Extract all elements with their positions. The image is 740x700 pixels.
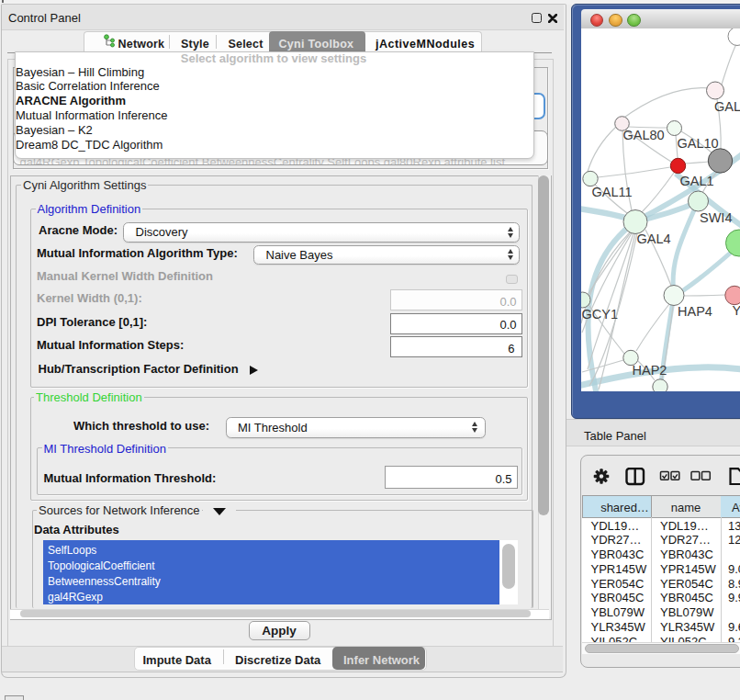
svg-text:GAL2: GAL2	[714, 99, 740, 114]
svg-text:HAP4: HAP4	[678, 304, 712, 319]
svg-text:GCY1: GCY1	[582, 307, 619, 322]
svg-text:HAP2: HAP2	[633, 363, 667, 378]
svg-text:GAL11: GAL11	[592, 185, 633, 199]
svg-text:YEL047C: YEL047C	[733, 303, 740, 318]
svg-text:SWI4: SWI4	[700, 210, 732, 225]
svg-text:GAL10: GAL10	[678, 136, 719, 151]
svg-text:GAL4: GAL4	[637, 231, 671, 246]
svg-text:GAL1: GAL1	[680, 174, 714, 188]
svg-text:GAL80: GAL80	[623, 128, 665, 142]
